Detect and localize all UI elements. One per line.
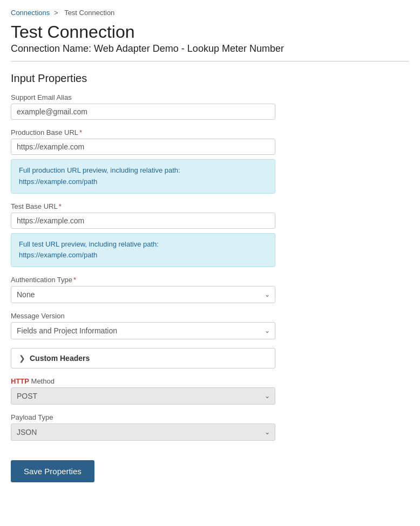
connection-name-prefix: Connection Name:	[11, 43, 91, 54]
page-title: Test Connection	[11, 22, 409, 42]
production-url-preview-line1: Full production URL preview, including r…	[19, 166, 180, 174]
breadcrumb-separator: >	[54, 9, 58, 17]
custom-headers-label: Custom Headers	[30, 354, 90, 363]
test-url-input[interactable]	[11, 213, 275, 229]
http-label-http: HTTP	[11, 377, 29, 385]
breadcrumb-connections-link[interactable]: Connections	[11, 9, 50, 17]
breadcrumb: Connections > Test Connection	[11, 9, 409, 17]
payload-type-select-wrapper: JSON XML Form Data ⌄	[11, 423, 275, 441]
payload-type-label: Payload Type	[11, 413, 409, 421]
message-version-label: Message Version	[11, 312, 409, 320]
production-url-input[interactable]	[11, 139, 275, 155]
custom-headers-row[interactable]: ❯ Custom Headers	[11, 348, 275, 368]
authentication-type-field-group: Authentication Type* None Basic OAuth To…	[11, 276, 409, 303]
production-url-field-group: Production Base URL* Full production URL…	[11, 128, 409, 194]
message-version-select-wrapper: Fields and Project Information Summary O…	[11, 322, 275, 339]
http-method-field-group: HTTP Method POST GET PUT DELETE PATCH ⌄	[11, 377, 409, 405]
authentication-type-select-wrapper: None Basic OAuth Token ⌄	[11, 286, 275, 303]
test-url-preview: Full test URL preview, including relativ…	[11, 233, 275, 268]
custom-headers-chevron-icon: ❯	[19, 354, 25, 363]
test-url-preview-line2: https://example.com/path	[19, 251, 97, 259]
production-url-preview: Full production URL preview, including r…	[11, 159, 275, 194]
support-email-input[interactable]	[11, 104, 275, 120]
support-email-field-group: Support Email Alias	[11, 93, 409, 120]
http-method-label: HTTP Method	[11, 377, 409, 385]
title-divider	[11, 61, 409, 62]
payload-type-select[interactable]: JSON XML Form Data	[11, 423, 275, 441]
support-email-label: Support Email Alias	[11, 93, 409, 101]
message-version-field-group: Message Version Fields and Project Infor…	[11, 312, 409, 339]
save-properties-button[interactable]: Save Properties	[11, 460, 94, 482]
test-url-field-group: Test Base URL* Full test URL preview, in…	[11, 202, 409, 268]
test-url-label: Test Base URL*	[11, 202, 409, 210]
production-url-label: Production Base URL*	[11, 128, 409, 136]
breadcrumb-current: Test Connection	[64, 9, 114, 17]
production-url-preview-line2: https://example.com/path	[19, 177, 97, 186]
payload-type-field-group: Payload Type JSON XML Form Data ⌄	[11, 413, 409, 441]
message-version-select[interactable]: Fields and Project Information Summary O…	[11, 322, 275, 339]
http-method-select[interactable]: POST GET PUT DELETE PATCH	[11, 387, 275, 405]
http-label-rest: Method	[29, 377, 55, 385]
test-url-preview-line1: Full test URL preview, including relativ…	[19, 240, 159, 248]
authentication-type-label: Authentication Type*	[11, 276, 409, 284]
custom-headers-field-group: ❯ Custom Headers	[11, 348, 409, 368]
connection-name-value: Web Adapter Demo - Lookup Meter Number	[94, 43, 284, 54]
http-method-select-wrapper: POST GET PUT DELETE PATCH ⌄	[11, 387, 275, 405]
connection-name-subtitle: Connection Name: Web Adapter Demo - Look…	[11, 43, 409, 54]
authentication-type-select[interactable]: None Basic OAuth Token	[11, 286, 275, 303]
input-properties-title: Input Properties	[11, 72, 409, 85]
